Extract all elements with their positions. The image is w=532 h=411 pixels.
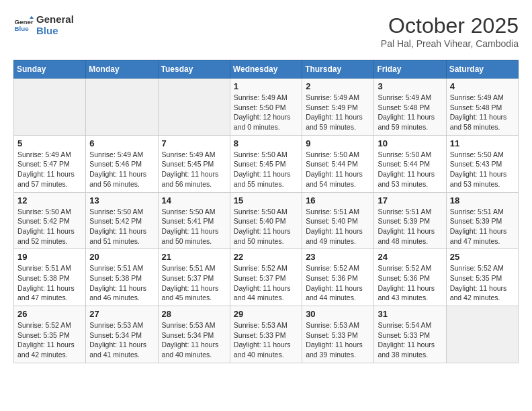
calendar-cell: 9Sunrise: 5:50 AM Sunset: 5:44 PM Daylig…: [302, 135, 374, 192]
day-info: Sunrise: 5:49 AM Sunset: 5:45 PM Dayligh…: [162, 150, 226, 189]
weekday-header-row: SundayMondayTuesdayWednesdayThursdayFrid…: [14, 60, 519, 79]
weekday-header-monday: Monday: [86, 60, 158, 79]
day-number: 22: [234, 252, 298, 262]
day-info: Sunrise: 5:52 AM Sunset: 5:35 PM Dayligh…: [450, 263, 515, 303]
day-number: 2: [306, 81, 370, 91]
day-info: Sunrise: 5:52 AM Sunset: 5:37 PM Dayligh…: [234, 263, 298, 303]
calendar-cell: [86, 79, 158, 136]
day-number: 26: [17, 309, 82, 319]
calendar-cell: [14, 79, 86, 136]
day-info: Sunrise: 5:53 AM Sunset: 5:33 PM Dayligh…: [234, 320, 298, 360]
day-number: 21: [162, 252, 226, 262]
day-number: 16: [306, 195, 370, 205]
day-info: Sunrise: 5:49 AM Sunset: 5:46 PM Dayligh…: [89, 150, 154, 189]
calendar-cell: 24Sunrise: 5:52 AM Sunset: 5:36 PM Dayli…: [374, 249, 446, 306]
calendar-cell: 15Sunrise: 5:50 AM Sunset: 5:40 PM Dayli…: [230, 192, 302, 249]
day-number: 1: [234, 81, 298, 91]
day-info: Sunrise: 5:52 AM Sunset: 5:36 PM Dayligh…: [306, 263, 370, 303]
calendar-cell: 20Sunrise: 5:51 AM Sunset: 5:38 PM Dayli…: [86, 249, 158, 306]
logo-text: GeneralBlue: [36, 13, 74, 36]
day-info: Sunrise: 5:49 AM Sunset: 5:47 PM Dayligh…: [17, 150, 82, 189]
calendar-cell: 7Sunrise: 5:49 AM Sunset: 5:45 PM Daylig…: [158, 135, 230, 192]
day-info: Sunrise: 5:51 AM Sunset: 5:40 PM Dayligh…: [306, 207, 370, 246]
calendar-cell: 14Sunrise: 5:50 AM Sunset: 5:41 PM Dayli…: [158, 192, 230, 249]
calendar-cell: 4Sunrise: 5:49 AM Sunset: 5:48 PM Daylig…: [446, 79, 518, 136]
weekday-header-wednesday: Wednesday: [230, 60, 302, 79]
calendar-cell: 18Sunrise: 5:51 AM Sunset: 5:39 PM Dayli…: [446, 192, 518, 249]
calendar-cell: 17Sunrise: 5:51 AM Sunset: 5:39 PM Dayli…: [374, 192, 446, 249]
calendar-week-2: 5Sunrise: 5:49 AM Sunset: 5:47 PM Daylig…: [14, 135, 519, 192]
weekday-header-saturday: Saturday: [446, 60, 518, 79]
calendar-cell: 3Sunrise: 5:49 AM Sunset: 5:48 PM Daylig…: [374, 79, 446, 136]
day-info: Sunrise: 5:51 AM Sunset: 5:39 PM Dayligh…: [450, 207, 515, 246]
calendar-cell: 30Sunrise: 5:53 AM Sunset: 5:33 PM Dayli…: [302, 306, 374, 363]
calendar-cell: 25Sunrise: 5:52 AM Sunset: 5:35 PM Dayli…: [446, 249, 518, 306]
calendar-cell: 11Sunrise: 5:50 AM Sunset: 5:43 PM Dayli…: [446, 135, 518, 192]
calendar-cell: 8Sunrise: 5:50 AM Sunset: 5:45 PM Daylig…: [230, 135, 302, 192]
calendar-cell: 31Sunrise: 5:54 AM Sunset: 5:33 PM Dayli…: [374, 306, 446, 363]
weekday-header-friday: Friday: [374, 60, 446, 79]
day-number: 28: [162, 309, 226, 319]
day-number: 20: [89, 252, 154, 262]
day-number: 24: [378, 252, 442, 262]
day-number: 5: [17, 138, 82, 148]
calendar-table: SundayMondayTuesdayWednesdayThursdayFrid…: [13, 60, 519, 363]
calendar-cell: 10Sunrise: 5:50 AM Sunset: 5:44 PM Dayli…: [374, 135, 446, 192]
day-info: Sunrise: 5:51 AM Sunset: 5:38 PM Dayligh…: [89, 263, 154, 303]
day-number: 11: [450, 138, 515, 148]
day-info: Sunrise: 5:51 AM Sunset: 5:39 PM Dayligh…: [378, 207, 442, 246]
day-number: 3: [378, 81, 442, 91]
day-info: Sunrise: 5:53 AM Sunset: 5:33 PM Dayligh…: [306, 320, 370, 360]
weekday-header-tuesday: Tuesday: [158, 60, 230, 79]
day-info: Sunrise: 5:50 AM Sunset: 5:40 PM Dayligh…: [234, 207, 298, 246]
day-number: 9: [306, 138, 370, 148]
calendar-cell: [446, 306, 518, 363]
day-number: 7: [162, 138, 226, 148]
day-number: 13: [89, 195, 154, 205]
day-info: Sunrise: 5:54 AM Sunset: 5:33 PM Dayligh…: [378, 320, 442, 360]
calendar-week-4: 19Sunrise: 5:51 AM Sunset: 5:38 PM Dayli…: [14, 249, 519, 306]
title-block: October 2025 Pal Hal, Preah Vihear, Camb…: [381, 13, 519, 49]
calendar-cell: 27Sunrise: 5:53 AM Sunset: 5:34 PM Dayli…: [86, 306, 158, 363]
calendar-week-5: 26Sunrise: 5:52 AM Sunset: 5:35 PM Dayli…: [14, 306, 519, 363]
weekday-header-thursday: Thursday: [302, 60, 374, 79]
day-number: 18: [450, 195, 515, 205]
svg-text:General: General: [15, 18, 34, 26]
day-info: Sunrise: 5:53 AM Sunset: 5:34 PM Dayligh…: [89, 320, 154, 360]
calendar-cell: 26Sunrise: 5:52 AM Sunset: 5:35 PM Dayli…: [14, 306, 86, 363]
calendar-cell: [158, 79, 230, 136]
day-info: Sunrise: 5:50 AM Sunset: 5:43 PM Dayligh…: [450, 150, 515, 189]
day-number: 10: [378, 138, 442, 148]
calendar-cell: 19Sunrise: 5:51 AM Sunset: 5:38 PM Dayli…: [14, 249, 86, 306]
day-info: Sunrise: 5:52 AM Sunset: 5:35 PM Dayligh…: [17, 320, 82, 360]
calendar-cell: 2Sunrise: 5:49 AM Sunset: 5:49 PM Daylig…: [302, 79, 374, 136]
weekday-header-sunday: Sunday: [14, 60, 86, 79]
day-number: 8: [234, 138, 298, 148]
logo: General Blue GeneralBlue: [13, 13, 74, 36]
day-info: Sunrise: 5:51 AM Sunset: 5:37 PM Dayligh…: [162, 263, 226, 303]
calendar-week-3: 12Sunrise: 5:50 AM Sunset: 5:42 PM Dayli…: [14, 192, 519, 249]
day-number: 27: [89, 309, 154, 319]
day-info: Sunrise: 5:51 AM Sunset: 5:38 PM Dayligh…: [17, 263, 82, 303]
day-info: Sunrise: 5:50 AM Sunset: 5:42 PM Dayligh…: [17, 207, 82, 246]
day-number: 17: [378, 195, 442, 205]
calendar-week-1: 1Sunrise: 5:49 AM Sunset: 5:50 PM Daylig…: [14, 79, 519, 136]
day-info: Sunrise: 5:52 AM Sunset: 5:36 PM Dayligh…: [378, 263, 442, 303]
day-info: Sunrise: 5:49 AM Sunset: 5:50 PM Dayligh…: [234, 93, 298, 132]
calendar-cell: 13Sunrise: 5:50 AM Sunset: 5:42 PM Dayli…: [86, 192, 158, 249]
day-number: 29: [234, 309, 298, 319]
calendar-cell: 1Sunrise: 5:49 AM Sunset: 5:50 PM Daylig…: [230, 79, 302, 136]
day-number: 6: [89, 138, 154, 148]
day-info: Sunrise: 5:50 AM Sunset: 5:44 PM Dayligh…: [378, 150, 442, 189]
day-number: 19: [17, 252, 82, 262]
calendar-cell: 16Sunrise: 5:51 AM Sunset: 5:40 PM Dayli…: [302, 192, 374, 249]
day-number: 12: [17, 195, 82, 205]
day-info: Sunrise: 5:49 AM Sunset: 5:49 PM Dayligh…: [306, 93, 370, 132]
day-number: 4: [450, 81, 515, 91]
day-number: 31: [378, 309, 442, 319]
month-title: October 2025: [381, 13, 519, 38]
day-number: 15: [234, 195, 298, 205]
day-number: 14: [162, 195, 226, 205]
day-number: 25: [450, 252, 515, 262]
day-number: 30: [306, 309, 370, 319]
